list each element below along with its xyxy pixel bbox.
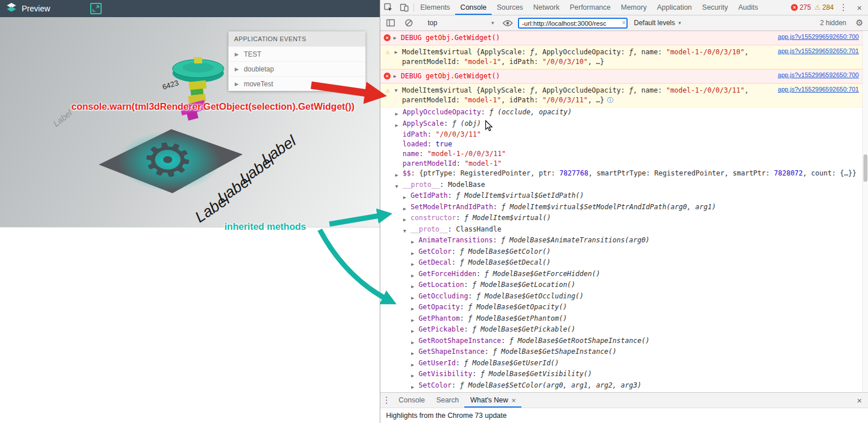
source-link[interactable]: app.js?v1552996592650:700 [778, 33, 859, 40]
live-expression-eye-icon[interactable] [500, 19, 516, 27]
object-property-row[interactable]: ▼__proto__: ClassHandle [380, 225, 868, 236]
error-counter[interactable]: 275 [791, 3, 811, 11]
devtools-close-icon[interactable]: × [853, 3, 866, 13]
devtools-pane: Elements Console Sources Network Perform… [380, 0, 868, 423]
object-property-row[interactable]: ▶GetUserId: ƒ ModelBase$GetUserId() [380, 358, 868, 370]
expander-icon[interactable]: ▶ [403, 191, 411, 202]
property-text: name: "model-1-/0/0/3/11" [403, 149, 859, 159]
event-item-movetest[interactable]: ▶ moveTest [228, 76, 365, 91]
object-property-row[interactable]: ▶constructor: ƒ ModelItem$virtual() [380, 213, 868, 225]
expander-icon[interactable]: ▶ [395, 169, 403, 180]
object-property-row[interactable]: ▶ApplyOccludeOpacity: ƒ (occlude, opacit… [380, 107, 868, 119]
expander-icon[interactable]: ▶ [411, 292, 419, 303]
expander-icon[interactable]: ▶ [411, 302, 419, 314]
expander-icon[interactable]: ▶ [393, 33, 401, 41]
execution-context-selector[interactable]: top ▾ [424, 17, 497, 29]
object-property-row[interactable]: ▶GetPickable: ƒ ModelBase$GetPickable() [380, 325, 868, 336]
object-property-row[interactable]: ▶GetPhantom: ƒ ModelBase$GetPhantom() [380, 314, 868, 325]
devtools-menu-icon[interactable]: ⋮ [837, 2, 850, 13]
tab-network[interactable]: Network [528, 0, 565, 15]
object-property-row[interactable]: ▶ApplyScale: ƒ (obj) [380, 119, 868, 130]
object-property-row[interactable]: ▶GetColor: ƒ ModelBase$GetColor() [380, 247, 868, 258]
object-property-row[interactable]: ▶GetShapeInstance: ƒ ModelBase$GetShapeI… [380, 347, 868, 358]
tab-security[interactable]: Security [697, 0, 733, 15]
tab-elements[interactable]: Elements [415, 0, 455, 15]
device-toolbar-icon[interactable] [396, 0, 412, 15]
object-property-row[interactable]: ▶SetColor: ƒ ModelBase$SetColor(arg0, ar… [380, 381, 868, 392]
expander-icon[interactable]: ▼ [395, 180, 403, 191]
object-property-row[interactable]: ▶GetLocation: ƒ ModelBase$GetLocation() [380, 280, 868, 292]
object-property-row[interactable]: ▶AnimateTransitions: ƒ ModelBase$Animate… [380, 236, 868, 247]
drawer-close-icon[interactable]: × [853, 396, 866, 405]
console-filter-input[interactable] [518, 18, 628, 29]
source-link[interactable]: app.js?v1552996592650:701 [778, 86, 859, 93]
tab-audits[interactable]: Audits [733, 0, 763, 15]
clear-filter-icon[interactable]: × [622, 19, 626, 27]
object-property-row[interactable]: idPath: "/0/0/3/11" [380, 130, 868, 139]
scrollbar-thumb[interactable] [863, 154, 867, 182]
tab-memory[interactable]: Memory [616, 0, 652, 15]
tab-console[interactable]: Console [455, 0, 492, 15]
object-property-row[interactable]: ▼__proto__: ModelBase [380, 180, 868, 191]
expander-icon[interactable]: ▶ [411, 369, 419, 381]
expander-icon[interactable]: ▶ [395, 47, 402, 55]
object-property-row[interactable]: ▶GetOpacity: ƒ ModelBase$GetOpacity() [380, 302, 868, 314]
inspect-element-icon[interactable] [380, 0, 396, 15]
expander-icon[interactable]: ▶ [411, 336, 419, 348]
expander-icon[interactable]: ▶ [403, 213, 411, 225]
fullscreen-button[interactable] [90, 3, 102, 14]
expander-icon[interactable]: ▼ [395, 86, 402, 93]
source-link[interactable]: app.js?v1552996592650:700 [778, 71, 859, 78]
console-scrollbar[interactable] [862, 31, 868, 392]
drawer-tab-search[interactable]: Search [431, 393, 465, 408]
expander-icon[interactable]: ▶ [411, 247, 419, 258]
tab-application[interactable]: Application [652, 0, 697, 15]
object-property-row[interactable]: loaded: true [380, 139, 868, 149]
console-settings-gear-icon[interactable]: ⚙ [853, 18, 866, 28]
object-property-row[interactable]: ▶GetDecal: ƒ ModelBase$GetDecal() [380, 258, 868, 269]
expander-icon[interactable]: ▶ [393, 71, 401, 79]
expander-icon[interactable]: ▶ [395, 107, 403, 119]
object-property-row[interactable]: ▶GetOccluding: ƒ ModelBase$GetOccluding(… [380, 292, 868, 303]
expander-icon[interactable]: ▶ [411, 314, 419, 325]
object-property-row[interactable]: ▶GetRootShapeInstance: ƒ ModelBase$GetRo… [380, 336, 868, 348]
expander-icon[interactable]: ▼ [403, 225, 411, 236]
object-property-row[interactable]: parentModelId: "model-1" [380, 159, 868, 169]
console-text-segment: __proto__ [411, 225, 448, 233]
expander-icon[interactable]: ▶ [411, 381, 419, 392]
warning-counter[interactable]: ⚠ 284 [814, 3, 834, 11]
console-sidebar-icon[interactable] [383, 18, 399, 27]
expander-icon[interactable]: ▶ [411, 236, 419, 247]
close-tab-icon[interactable]: × [512, 396, 516, 405]
object-property-row[interactable]: ▶$$: {ptrType: RegisteredPointer, ptr: 7… [380, 169, 868, 180]
log-levels-selector[interactable]: Default levels ▾ [630, 17, 685, 29]
object-property-row[interactable]: ▶GetIdPath: ƒ ModelItem$virtual$GetIdPat… [380, 191, 868, 202]
info-icon[interactable]: ⓘ [607, 97, 613, 104]
expander-icon[interactable]: ▶ [411, 358, 419, 370]
tab-sources[interactable]: Sources [492, 0, 528, 15]
object-property-row[interactable]: ▶GetVisibility: ƒ ModelBase$GetVisibilit… [380, 369, 868, 381]
console-text-segment: : [472, 370, 480, 378]
expander-icon[interactable]: ▶ [411, 347, 419, 358]
object-property-row[interactable]: name: "model-1-/0/0/3/11" [380, 149, 868, 159]
expander-icon[interactable]: ▶ [411, 325, 419, 336]
property-text: idPath: "/0/0/3/11" [403, 130, 859, 139]
expander-icon[interactable]: ▶ [411, 269, 419, 281]
drawer-tab-console[interactable]: Console [393, 393, 431, 408]
drawer-tab-whats-new[interactable]: What's New × [464, 393, 521, 408]
clear-console-icon[interactable] [401, 18, 417, 27]
expander-icon[interactable]: ▶ [411, 258, 419, 269]
drawer-menu-icon[interactable]: ⋮ [380, 395, 393, 405]
expander-icon[interactable]: ▶ [403, 202, 411, 214]
console-text-segment: , name: [633, 48, 666, 56]
source-link[interactable]: app.js?v1552996592650:701 [778, 47, 859, 54]
object-property-row[interactable]: ▶GetForceHidden: ƒ ModelBase$GetForceHid… [380, 269, 868, 281]
3d-viewport[interactable]: ⚙ 6423 Label Label Label [0, 17, 380, 228]
expander-icon[interactable]: ▶ [411, 280, 419, 292]
console-text-segment: ƒ [629, 86, 633, 94]
expander-icon[interactable]: ▶ [395, 119, 403, 130]
event-item-doubletap[interactable]: ▶ doubletap [228, 61, 365, 76]
event-item-test[interactable]: ▶ TEST [228, 46, 365, 61]
object-property-row[interactable]: ▶SetModelPtrAndIdPath: ƒ ModelItem$virtu… [380, 202, 868, 214]
tab-performance[interactable]: Performance [565, 0, 616, 15]
